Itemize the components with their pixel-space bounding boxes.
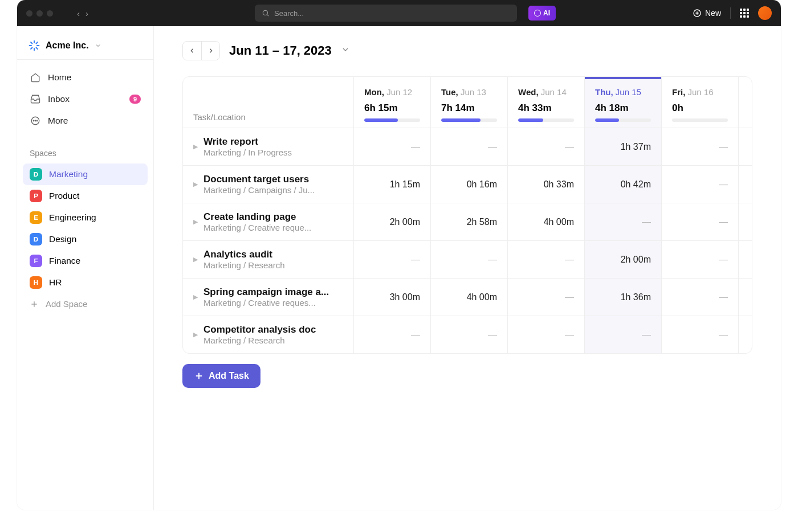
time-cell[interactable]: — <box>585 316 662 353</box>
day-column-header[interactable]: Wed, Jun 144h 33m <box>508 77 585 128</box>
space-label: Engineering <box>49 212 96 223</box>
prev-week-button[interactable] <box>183 42 201 60</box>
time-cell[interactable]: — <box>431 316 508 353</box>
new-button[interactable]: New <box>693 9 721 18</box>
time-cell[interactable]: — <box>662 316 739 353</box>
task-path: Marketing / Creative reques... <box>203 298 329 308</box>
task-name: Write report <box>203 136 292 148</box>
space-item[interactable]: PProduct <box>23 185 148 207</box>
task-path: Marketing / Research <box>203 260 285 270</box>
space-label: HR <box>49 277 62 288</box>
time-cell[interactable]: 3h 00m <box>354 279 431 316</box>
add-task-button[interactable]: Add Task <box>182 364 260 388</box>
space-item[interactable]: DDesign <box>23 228 148 250</box>
plus-circle-icon <box>693 9 702 18</box>
forward-icon[interactable]: › <box>85 9 88 18</box>
expand-icon[interactable]: ▶ <box>193 181 198 188</box>
day-column-header[interactable]: Tue, Jun 137h 14m <box>431 77 508 128</box>
svg-line-7 <box>31 42 32 43</box>
time-cell[interactable]: 4h 00m <box>508 203 585 240</box>
expand-icon[interactable]: ▶ <box>193 256 198 263</box>
time-cell[interactable]: — <box>585 203 662 240</box>
ai-icon <box>534 10 541 17</box>
time-cell[interactable]: — <box>354 241 431 278</box>
task-path: Marketing / Creative reque... <box>203 223 311 232</box>
task-cell[interactable]: ▶Competitor analysis docMarketing / Rese… <box>183 316 354 353</box>
day-column-header[interactable]: Thu, Jun 154h 18m <box>585 77 662 128</box>
time-cell[interactable]: — <box>662 203 739 240</box>
time-cell[interactable]: 1h 15m <box>354 166 431 203</box>
task-cell[interactable]: ▶Spring campaign image a...Marketing / C… <box>183 279 354 316</box>
plus-icon <box>194 371 204 381</box>
apps-icon[interactable] <box>740 9 749 18</box>
space-label: Finance <box>49 256 80 266</box>
table-row: ▶Create landing pageMarketing / Creative… <box>183 203 752 240</box>
time-cell[interactable]: — <box>508 128 585 165</box>
time-cell[interactable]: 1h 36m <box>585 279 662 316</box>
space-item[interactable]: EEngineering <box>23 207 148 228</box>
topbar: ‹ › Search... AI New <box>17 0 781 26</box>
svg-line-1 <box>267 15 269 17</box>
time-cell[interactable]: 1h 37m <box>585 128 662 165</box>
nav-home[interactable]: Home <box>23 67 148 88</box>
time-cell[interactable]: 4h 00m <box>431 279 508 316</box>
avatar[interactable] <box>758 6 772 20</box>
time-cell[interactable]: — <box>508 316 585 353</box>
space-icon: D <box>30 168 42 181</box>
task-cell[interactable]: ▶Analytics auditMarketing / Research <box>183 241 354 278</box>
spaces-heading: Spaces <box>17 138 153 163</box>
task-name: Create landing page <box>203 211 311 223</box>
task-cell[interactable]: ▶Write reportMarketing / In Progress <box>183 128 354 165</box>
space-icon: P <box>30 190 42 202</box>
expand-icon[interactable]: ▶ <box>193 218 198 226</box>
add-space-button[interactable]: Add Space <box>17 293 153 314</box>
content: Jun 11 – 17, 2023 Task/LocationMon, Jun … <box>154 26 781 510</box>
back-icon[interactable]: ‹ <box>77 9 80 18</box>
time-cell[interactable]: — <box>662 279 739 316</box>
space-item[interactable]: DMarketing <box>23 163 148 185</box>
day-column-header[interactable]: Fri, Jun 160h <box>662 77 739 128</box>
nav-more[interactable]: More <box>23 110 148 132</box>
space-item[interactable]: FFinance <box>23 250 148 272</box>
time-cell[interactable]: — <box>354 128 431 165</box>
workspace-logo-icon <box>28 40 40 51</box>
table-row: ▶Spring campaign image a...Marketing / C… <box>183 278 752 316</box>
nav-inbox[interactable]: Inbox 9 <box>23 88 148 110</box>
search-input[interactable]: Search... <box>255 5 517 22</box>
time-cell[interactable]: — <box>662 241 739 278</box>
time-cell[interactable]: 0h 16m <box>431 166 508 203</box>
svg-point-14 <box>33 120 34 121</box>
minimize-dot[interactable] <box>36 10 43 17</box>
next-week-button[interactable] <box>201 42 219 60</box>
ai-button[interactable]: AI <box>528 6 556 21</box>
space-icon: E <box>30 211 42 224</box>
svg-point-15 <box>35 120 36 121</box>
date-range-dropdown[interactable] <box>341 45 350 56</box>
home-icon <box>30 72 41 83</box>
workspace-switcher[interactable]: Acme Inc. <box>17 35 153 60</box>
time-cell[interactable]: — <box>662 166 739 203</box>
task-cell[interactable]: ▶Create landing pageMarketing / Creative… <box>183 203 354 240</box>
table-row: ▶Analytics auditMarketing / Research———2… <box>183 240 752 278</box>
close-dot[interactable] <box>26 10 32 17</box>
time-cell[interactable]: 2h 00m <box>354 203 431 240</box>
maximize-dot[interactable] <box>47 10 53 17</box>
time-cell[interactable]: — <box>431 241 508 278</box>
task-name: Document target users <box>203 174 315 185</box>
time-cell[interactable]: — <box>431 128 508 165</box>
time-cell[interactable]: 2h 00m <box>585 241 662 278</box>
task-cell[interactable]: ▶Document target usersMarketing / Campai… <box>183 166 354 203</box>
expand-icon[interactable]: ▶ <box>193 331 198 338</box>
time-cell[interactable]: — <box>508 241 585 278</box>
time-cell[interactable]: — <box>508 279 585 316</box>
time-cell[interactable]: 0h 33m <box>508 166 585 203</box>
time-cell[interactable]: 0h 42m <box>585 166 662 203</box>
space-item[interactable]: HHR <box>23 272 148 293</box>
time-cell[interactable]: — <box>354 316 431 353</box>
expand-icon[interactable]: ▶ <box>193 143 198 150</box>
time-cell[interactable]: — <box>662 128 739 165</box>
time-cell[interactable]: 2h 58m <box>431 203 508 240</box>
day-column-header[interactable]: Mon, Jun 126h 15m <box>354 77 431 128</box>
expand-icon[interactable]: ▶ <box>193 293 198 301</box>
task-column-header: Task/Location <box>183 77 354 128</box>
